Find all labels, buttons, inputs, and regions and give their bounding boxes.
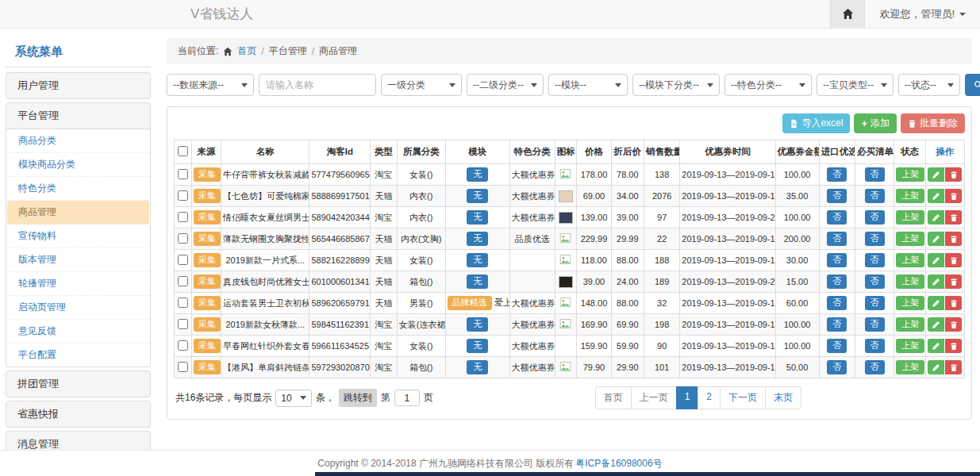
edit-button[interactable] <box>928 317 944 332</box>
delete-button[interactable] <box>945 296 962 310</box>
must-buy-toggle[interactable]: 否 <box>865 210 885 225</box>
sidebar-item[interactable]: 轮播管理 <box>7 272 149 296</box>
edit-button[interactable] <box>928 167 944 182</box>
per-page-select[interactable]: 10 <box>275 390 311 407</box>
import-select-toggle[interactable]: 否 <box>827 360 847 374</box>
status-toggle[interactable]: 上架 <box>896 232 924 246</box>
sidebar-item[interactable]: 特色分类 <box>7 177 149 201</box>
row-checkbox[interactable] <box>178 340 188 351</box>
must-buy-toggle[interactable]: 否 <box>865 296 885 310</box>
module-badge[interactable]: 无 <box>467 232 488 246</box>
page-button-next[interactable]: 下一页 <box>720 386 766 409</box>
module-badge[interactable]: 无 <box>467 360 488 374</box>
module-badge[interactable]: 无 <box>467 253 488 267</box>
import-select-toggle[interactable]: 否 <box>827 167 847 182</box>
delete-button[interactable] <box>945 317 962 332</box>
delete-button[interactable] <box>945 167 962 182</box>
row-checkbox[interactable] <box>178 190 188 201</box>
sidebar-item[interactable]: 启动页管理 <box>7 296 149 320</box>
import-select-toggle[interactable]: 否 <box>827 210 847 225</box>
select-all-checkbox[interactable] <box>178 146 188 156</box>
delete-button[interactable] <box>945 232 962 246</box>
status-toggle[interactable]: 上架 <box>896 296 924 310</box>
page-button-first[interactable]: 首页 <box>595 386 632 409</box>
delete-button[interactable] <box>945 339 962 353</box>
module-badge[interactable]: 无 <box>467 210 488 225</box>
page-button-prev[interactable]: 上一页 <box>631 386 677 409</box>
row-checkbox[interactable] <box>178 276 188 286</box>
name-search-input[interactable] <box>259 74 376 96</box>
must-buy-toggle[interactable]: 否 <box>865 274 885 289</box>
must-buy-toggle[interactable]: 否 <box>865 360 885 374</box>
status-toggle[interactable]: 上架 <box>896 167 924 182</box>
module-badge[interactable]: 无 <box>467 339 488 353</box>
add-button[interactable]: + 添加 <box>854 113 897 133</box>
row-checkbox[interactable] <box>178 298 188 308</box>
delete-button[interactable] <box>945 189 962 203</box>
edit-button[interactable] <box>928 296 944 310</box>
edit-button[interactable] <box>928 189 944 203</box>
must-buy-toggle[interactable]: 否 <box>865 167 885 182</box>
edit-button[interactable] <box>928 253 944 267</box>
filter-select-data-source[interactable]: --数据来源-- <box>167 74 254 96</box>
sidebar-item[interactable]: 模块商品分类 <box>7 153 149 177</box>
import-select-toggle[interactable]: 否 <box>827 317 847 332</box>
home-button[interactable] <box>830 0 865 28</box>
import-select-toggle[interactable]: 否 <box>827 296 847 310</box>
edit-button[interactable] <box>928 339 944 353</box>
filter-select-level1-category[interactable]: 一级分类 <box>381 74 462 96</box>
status-toggle[interactable]: 上架 <box>896 317 924 332</box>
module-badge[interactable]: 无 <box>467 274 488 289</box>
sidebar-group-express[interactable]: 省惠快报 <box>6 401 151 428</box>
edit-button[interactable] <box>928 360 944 374</box>
sidebar-group-platform[interactable]: 平台管理 <box>6 102 151 129</box>
row-checkbox[interactable] <box>178 169 188 179</box>
status-toggle[interactable]: 上架 <box>896 360 924 374</box>
import-select-toggle[interactable]: 否 <box>827 274 847 289</box>
must-buy-toggle[interactable]: 否 <box>865 339 885 353</box>
sidebar-group-message[interactable]: 消息管理 <box>6 431 151 450</box>
import-select-toggle[interactable]: 否 <box>827 339 847 353</box>
edit-button[interactable] <box>928 210 944 225</box>
batch-delete-button[interactable]: 批量删除 <box>901 113 965 133</box>
sidebar-item[interactable]: 版本管理 <box>7 248 149 272</box>
module-badge[interactable]: 无 <box>467 189 488 203</box>
row-checkbox[interactable] <box>178 233 188 244</box>
sidebar-group-groupbuy[interactable]: 拼团管理 <box>6 370 151 397</box>
sidebar-item[interactable]: 商品管理 <box>7 201 149 225</box>
delete-button[interactable] <box>945 360 962 374</box>
status-toggle[interactable]: 上架 <box>896 339 924 353</box>
delete-button[interactable] <box>945 274 962 289</box>
sidebar-item[interactable]: 宣传物料 <box>7 225 149 248</box>
filter-select-level2-category[interactable]: --二级分类-- <box>467 74 544 96</box>
page-button-page-1[interactable]: 1 <box>676 386 699 409</box>
row-checkbox[interactable] <box>178 255 188 265</box>
import-select-toggle[interactable]: 否 <box>827 232 847 246</box>
import-select-toggle[interactable]: 否 <box>827 253 847 267</box>
page-jump-input[interactable] <box>394 390 420 406</box>
delete-button[interactable] <box>945 253 962 267</box>
status-toggle[interactable]: 上架 <box>896 253 924 267</box>
jump-button[interactable]: 跳转到 <box>339 389 377 407</box>
must-buy-toggle[interactable]: 否 <box>865 253 885 267</box>
sidebar-group-user[interactable]: 用户管理 <box>6 72 151 99</box>
status-toggle[interactable]: 上架 <box>896 189 924 203</box>
sidebar-item[interactable]: 商品分类 <box>7 129 149 153</box>
page-button-last[interactable]: 末页 <box>765 386 801 409</box>
row-checkbox[interactable] <box>178 362 188 372</box>
edit-button[interactable] <box>928 274 944 289</box>
module-badge[interactable]: 无 <box>467 317 488 332</box>
filter-select-module-subcategory[interactable]: --模块下分类-- <box>632 74 720 96</box>
page-button-page-2[interactable]: 2 <box>698 386 721 409</box>
filter-select-status[interactable]: --状态-- <box>898 74 960 96</box>
row-checkbox[interactable] <box>178 319 188 329</box>
module-badge[interactable]: 无 <box>467 167 488 182</box>
module-badge[interactable]: 品牌精选 <box>448 296 492 310</box>
row-checkbox[interactable] <box>178 212 188 222</box>
import-excel-button[interactable]: 导入excel <box>782 113 850 133</box>
sidebar-item[interactable]: 平台配置 <box>7 344 149 367</box>
delete-button[interactable] <box>945 210 962 225</box>
edit-button[interactable] <box>928 232 944 246</box>
import-select-toggle[interactable]: 否 <box>827 189 847 203</box>
user-menu[interactable]: 欢迎您，管理员! <box>865 7 980 21</box>
